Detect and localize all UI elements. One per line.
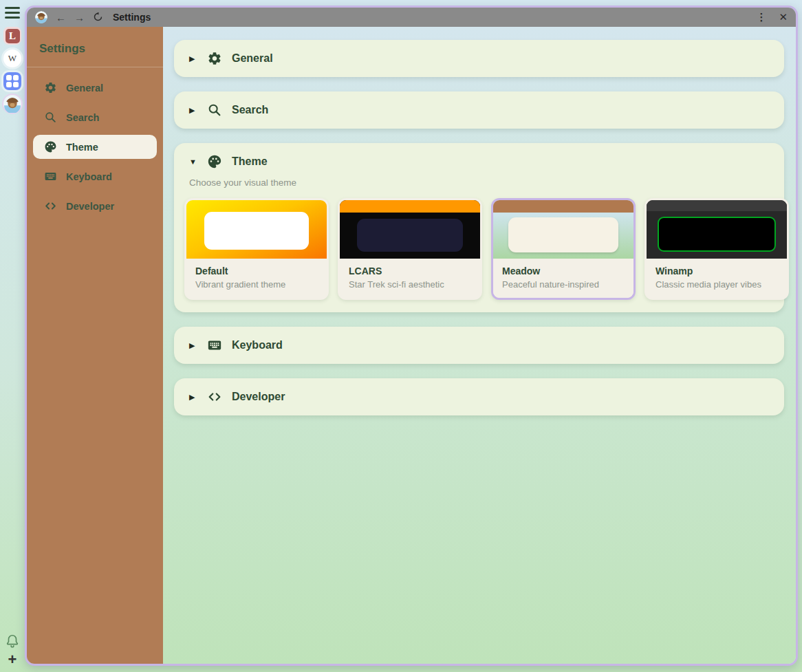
section-developer: ▶ Developer [174, 378, 784, 415]
theme-name: LCARS [349, 265, 471, 277]
keyboard-icon [44, 170, 57, 183]
sidebar-item-label: Search [66, 112, 99, 123]
close-icon[interactable]: ✕ [779, 11, 788, 23]
section-general: ▶ General [174, 40, 784, 77]
chevron-right-icon: ▶ [189, 341, 197, 350]
theme-name: Meadow [502, 265, 625, 277]
preview-top-bar [340, 200, 480, 213]
back-arrow-icon[interactable]: ← [56, 12, 66, 23]
preview-top-bar [493, 200, 633, 213]
notifications-bell-icon[interactable] [5, 633, 20, 651]
sidebar-item-general[interactable]: General [33, 76, 157, 100]
section-theme-header[interactable]: ▼ Theme [174, 143, 784, 180]
theme-card-grid: Default Vibrant gradient theme LCARS Sta… [174, 198, 784, 312]
theme-description: Classic media player vibes [655, 279, 778, 290]
preview-content-panel [508, 217, 618, 252]
theme-card-meta: Winamp Classic media player vibes [647, 259, 787, 298]
section-label: Developer [232, 391, 285, 403]
dock-item-wikipedia[interactable]: W [3, 50, 21, 67]
theme-name: Winamp [655, 265, 778, 277]
palette-icon [207, 154, 222, 169]
beaver-icon [3, 95, 21, 113]
theme-preview-default [186, 200, 327, 259]
chevron-down-icon: ▼ [189, 158, 197, 166]
theme-description: Star Trek sci-fi aesthetic [349, 279, 471, 290]
sidebar-item-developer[interactable]: Developer [33, 194, 157, 218]
add-button[interactable]: + [8, 653, 17, 666]
search-icon [207, 102, 222, 118]
section-label: General [232, 52, 273, 65]
theme-preview-meadow [493, 200, 633, 259]
sidebar-item-search[interactable]: Search [33, 105, 157, 129]
section-developer-header[interactable]: ▶ Developer [174, 378, 784, 415]
window-content: Settings General Search Theme Keyboard D… [27, 27, 796, 664]
gear-icon [44, 81, 57, 94]
dock-item-app-grid[interactable] [3, 72, 21, 90]
section-search-header[interactable]: ▶ Search [174, 91, 784, 129]
theme-card-lcars[interactable]: LCARS Star Trek sci-fi aesthetic [338, 198, 482, 300]
sidebar-divider [27, 67, 163, 67]
theme-name: Default [195, 265, 318, 277]
theme-card-meta: Meadow Peaceful nature-inspired [493, 259, 633, 298]
preview-content-panel [204, 212, 309, 250]
titlebar: ← → Settings ⋮ ✕ [27, 8, 796, 27]
chevron-right-icon: ▶ [189, 54, 197, 63]
gear-icon [207, 51, 222, 66]
reload-icon[interactable] [93, 12, 103, 23]
section-general-header[interactable]: ▶ General [174, 40, 784, 77]
keyboard-icon [207, 338, 222, 353]
hamburger-menu-icon[interactable] [5, 7, 20, 19]
code-icon [207, 389, 222, 404]
theme-section-description: Choose your visual theme [174, 177, 784, 198]
preview-content-panel [658, 217, 776, 252]
wikipedia-w-icon: W [8, 53, 17, 64]
settings-sidebar: Settings General Search Theme Keyboard D… [27, 27, 163, 664]
kebab-menu-icon[interactable]: ⋮ [756, 11, 766, 23]
search-icon [44, 111, 57, 124]
section-search: ▶ Search [174, 91, 784, 129]
window-title: Settings [113, 12, 151, 23]
forward-arrow-icon[interactable]: → [74, 12, 85, 23]
sidebar-title: Settings [27, 38, 163, 67]
section-keyboard: ▶ Keyboard [174, 327, 784, 364]
sidebar-item-label: General [66, 83, 103, 94]
dock-item-beaver-browser[interactable] [3, 95, 21, 113]
theme-preview-winamp [647, 200, 787, 259]
theme-card-meta: Default Vibrant gradient theme [186, 259, 327, 298]
section-label: Theme [232, 155, 268, 168]
sidebar-item-label: Keyboard [66, 171, 112, 182]
code-icon [44, 199, 57, 213]
settings-window: ← → Settings ⋮ ✕ Settings General Search… [25, 6, 798, 666]
section-theme: ▼ Theme Choose your visual theme Default… [174, 143, 784, 312]
sidebar-item-label: Theme [66, 142, 98, 153]
grid-dot-icon [6, 82, 12, 87]
dock-item-l[interactable]: L [3, 27, 21, 45]
theme-card-default[interactable]: Default Vibrant gradient theme [184, 198, 329, 300]
preview-content-panel [357, 219, 463, 252]
palette-icon [44, 140, 57, 153]
settings-main: ▶ General ▶ Search ▼ Theme [163, 27, 796, 664]
sidebar-item-label: Developer [66, 201, 114, 212]
theme-card-meadow[interactable]: Meadow Peaceful nature-inspired [491, 198, 636, 300]
section-keyboard-header[interactable]: ▶ Keyboard [174, 327, 784, 364]
theme-preview-lcars [340, 200, 480, 259]
grid-dot-icon [6, 75, 12, 80]
chevron-right-icon: ▶ [189, 393, 197, 402]
theme-description: Vibrant gradient theme [195, 279, 318, 290]
sidebar-item-keyboard[interactable]: Keyboard [33, 164, 157, 188]
preview-top-bar [647, 200, 787, 211]
sidebar-item-theme[interactable]: Theme [33, 135, 157, 159]
grid-dot-icon [13, 82, 19, 87]
app-logo-icon [35, 11, 47, 23]
section-label: Keyboard [232, 339, 283, 351]
l-app-icon: L [6, 29, 20, 43]
theme-description: Peaceful nature-inspired [502, 279, 625, 290]
theme-card-meta: LCARS Star Trek sci-fi aesthetic [340, 259, 480, 298]
dock: L W + [0, 0, 25, 672]
chevron-right-icon: ▶ [189, 106, 197, 115]
theme-card-winamp[interactable]: Winamp Classic media player vibes [644, 198, 789, 300]
section-label: Search [232, 104, 268, 116]
grid-dot-icon [13, 75, 19, 80]
